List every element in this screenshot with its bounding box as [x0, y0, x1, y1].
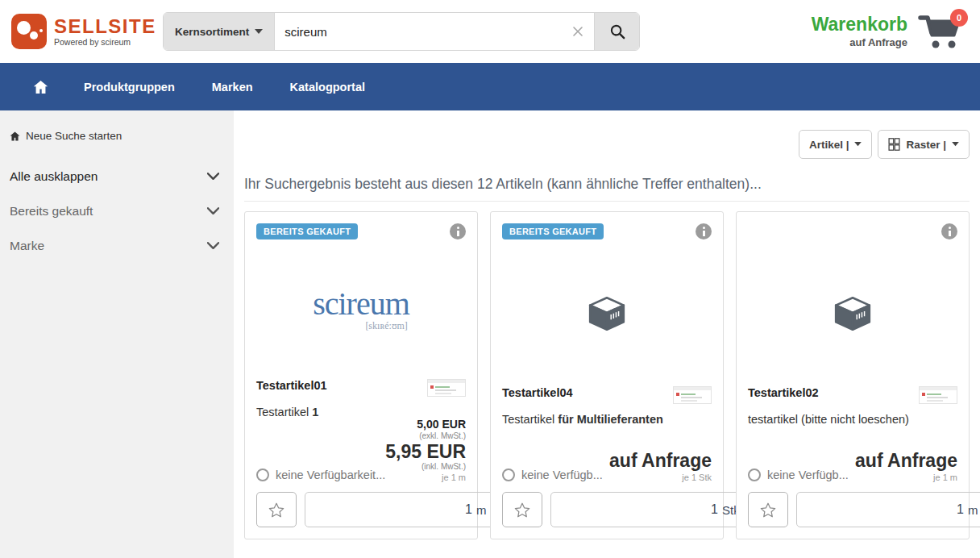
- price-block: auf Anfrage je 1 m: [855, 451, 957, 482]
- view-dropdown[interactable]: Raster |: [878, 130, 970, 159]
- availability-status: keine Verfügb...: [748, 468, 849, 482]
- filter-marke[interactable]: Marke: [8, 228, 224, 263]
- product-image[interactable]: scireum [skıʀé:ʊm]: [256, 253, 466, 366]
- caret-down-icon: [952, 142, 959, 147]
- quantity-input[interactable]: [551, 493, 722, 527]
- price-block: 5,00 EUR (exkl. MwSt.) 5,95 EUR (inkl. M…: [385, 418, 466, 482]
- expand-all-toggle[interactable]: Alle ausklappen: [8, 159, 224, 194]
- caret-down-icon: [255, 29, 263, 35]
- divider: [244, 201, 970, 202]
- datasheet-thumbnail[interactable]: [427, 379, 466, 397]
- product-subtitle: Testartikel für Multilieferanten: [502, 413, 712, 426]
- expand-all-label: Alle ausklappen: [10, 169, 98, 184]
- price-on-request: auf Anfrage: [855, 451, 957, 471]
- quantity-input[interactable]: [797, 493, 968, 527]
- favorite-button[interactable]: [748, 492, 788, 527]
- price-on-request: auf Anfrage: [609, 451, 712, 471]
- cart-count-badge: 0: [950, 9, 968, 27]
- filter-sidebar: Neue Suche starten Alle ausklappen Berei…: [0, 110, 234, 558]
- product-card-testartikel01: BEREITS GEKAUFT scireum [skıʀé:ʊm] Testa…: [244, 211, 478, 539]
- quantity-unit: m: [968, 493, 980, 527]
- info-icon[interactable]: [696, 223, 712, 239]
- info-icon[interactable]: [941, 223, 957, 239]
- caret-down-icon: [854, 142, 862, 147]
- view-label: Raster |: [906, 139, 946, 151]
- new-search-link[interactable]: Neue Suche starten: [10, 130, 224, 142]
- favorite-button[interactable]: [502, 492, 542, 527]
- unit-note: je 1 Stk: [609, 473, 712, 482]
- price-gross-note: (inkl. MwSt.): [385, 462, 466, 471]
- availability-icon: [748, 468, 761, 481]
- unit-note: je 1 m: [855, 473, 957, 482]
- product-title[interactable]: Testartikel02: [748, 386, 819, 399]
- filter-bereits-gekauft[interactable]: Bereits gekauft: [8, 194, 224, 228]
- availability-icon: [256, 468, 269, 481]
- scireum-phonetic: [skıʀé:ʊm]: [313, 320, 409, 332]
- nav-home-icon[interactable]: [16, 80, 65, 94]
- quantity-input[interactable]: [305, 493, 476, 527]
- filter-label: Bereits gekauft: [10, 204, 93, 219]
- brand-tagline: Powered by scireum: [54, 37, 156, 47]
- product-title[interactable]: Testartikel04: [502, 386, 573, 399]
- results-summary: Ihr Suchergebnis besteht aus diesen 12 A…: [244, 176, 970, 193]
- main-navigation: Produktgruppen Marken Katalogportal: [0, 63, 980, 110]
- search-results-area: Artikel | Raster | Ihr Suchergebnis best…: [234, 110, 980, 558]
- price-net: 5,00 EUR: [385, 418, 466, 431]
- search-scope-dropdown[interactable]: Kernsortiment: [164, 13, 275, 50]
- product-card-testartikel02: Testartikel02 testartikel (bitte nicht l…: [736, 211, 970, 539]
- unit-note: je 1 m: [385, 473, 466, 482]
- datasheet-thumbnail[interactable]: [673, 386, 712, 404]
- search-button[interactable]: [594, 13, 639, 50]
- search-icon: [609, 23, 625, 40]
- product-card-testartikel04: BEREITS GEKAUFT Testartikel04: [490, 211, 724, 539]
- product-grid: BEREITS GEKAUFT scireum [skıʀé:ʊm] Testa…: [244, 211, 970, 539]
- sort-dropdown[interactable]: Artikel |: [799, 130, 873, 159]
- nav-item-marken[interactable]: Marken: [193, 81, 272, 94]
- cart-link[interactable]: Warenkorb auf Anfrage 0: [812, 11, 969, 52]
- datasheet-thumbnail[interactable]: [919, 386, 957, 404]
- search-bar: Kernsortiment: [163, 12, 640, 51]
- nav-item-katalogportal[interactable]: Katalogportal: [272, 81, 384, 94]
- filter-label: Marke: [10, 239, 44, 253]
- sellsite-logo[interactable]: SELLSITE Powered by scireum: [11, 14, 155, 49]
- new-search-label: Neue Suche starten: [26, 130, 122, 142]
- home-icon: [10, 131, 20, 141]
- grid-icon: [888, 138, 900, 151]
- search-input[interactable]: [275, 13, 562, 50]
- price-gross: 5,95 EUR: [385, 442, 466, 462]
- search-scope-label: Kernsortiment: [175, 26, 249, 38]
- already-purchased-badge: BEREITS GEKAUFT: [256, 223, 358, 239]
- sellsite-logo-icon: [11, 14, 47, 49]
- nav-item-produktgruppen[interactable]: Produktgruppen: [65, 81, 193, 94]
- price-block: auf Anfrage je 1 Stk: [609, 451, 712, 482]
- product-image-placeholder[interactable]: [748, 254, 957, 373]
- availability-status: keine Verfügb...: [502, 468, 603, 482]
- product-image-placeholder[interactable]: [502, 254, 712, 373]
- top-header: SELLSITE Powered by scireum Kernsortimen…: [0, 0, 980, 63]
- availability-status: keine Verfügbarkeit...: [256, 468, 385, 482]
- favorite-button[interactable]: [256, 492, 297, 527]
- availability-icon: [502, 468, 515, 481]
- product-subtitle: Testartikel 1: [256, 406, 466, 418]
- info-icon[interactable]: [450, 223, 466, 239]
- package-icon: [587, 295, 627, 332]
- clear-search-icon[interactable]: [562, 13, 594, 50]
- chevron-down-icon: [207, 242, 219, 250]
- chevron-down-icon: [207, 173, 219, 181]
- already-purchased-badge: BEREITS GEKAUFT: [502, 223, 604, 239]
- results-toolbar: Artikel | Raster |: [244, 130, 970, 159]
- price-net-note: (exkl. MwSt.): [385, 431, 466, 440]
- quantity-group: m: [796, 492, 980, 527]
- star-icon: [514, 502, 530, 518]
- star-icon: [760, 502, 776, 518]
- chevron-down-icon: [207, 207, 219, 215]
- brand-name: SELLSITE: [54, 17, 156, 36]
- cart-title: Warenkorb: [812, 15, 907, 34]
- product-title[interactable]: Testartikel01: [256, 379, 327, 392]
- product-subtitle: testartikel (bitte nicht loeschen): [748, 413, 957, 426]
- scireum-logo: scireum: [313, 288, 409, 320]
- package-icon: [833, 295, 873, 332]
- star-icon: [268, 502, 284, 518]
- sort-label: Artikel |: [809, 139, 849, 151]
- cart-subtitle: auf Anfrage: [812, 36, 907, 48]
